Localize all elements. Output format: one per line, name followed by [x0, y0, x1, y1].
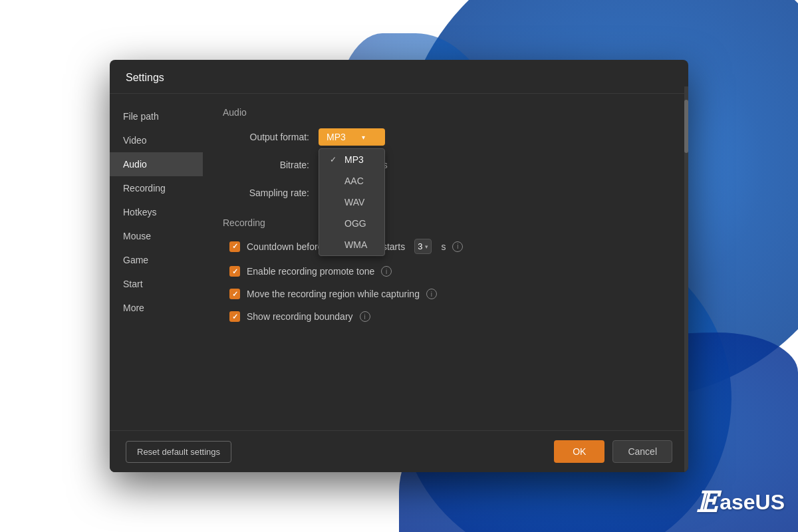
- bitrate-row: Bitrate: kb/s: [223, 156, 668, 174]
- dialog-footer: Reset default settings OK Cancel: [110, 430, 688, 472]
- promote-tone-info-icon[interactable]: i: [381, 266, 392, 277]
- promote-tone-row: ✓ Enable recording promote tone i: [223, 266, 668, 277]
- main-content: Audio Output format: MP3 ▾ ✓ MP3: [203, 94, 688, 430]
- countdown-info-icon[interactable]: i: [452, 241, 463, 252]
- dropdown-item-mp3[interactable]: ✓ MP3: [319, 149, 384, 170]
- sidebar-item-video[interactable]: Video: [110, 128, 203, 152]
- recording-section: Recording ✓ Countdown before the recordi…: [223, 217, 668, 322]
- checkmark-icon: ✓: [232, 290, 238, 299]
- dialog-title: Settings: [110, 60, 688, 94]
- dropdown-item-label: WAV: [344, 197, 364, 207]
- sidebar-item-start[interactable]: Start: [110, 272, 203, 296]
- sidebar: File path Video Audio Recording Hotkeys …: [110, 94, 203, 430]
- move-region-label: Move the recording region while capturin…: [247, 289, 420, 299]
- output-format-menu: ✓ MP3 AAC WAV OGG: [319, 148, 385, 256]
- show-boundary-label: Show recording boundary: [247, 311, 353, 322]
- countdown-row: ✓ Countdown before the recording starts …: [223, 239, 668, 254]
- sidebar-item-hotkeys[interactable]: Hotkeys: [110, 200, 203, 224]
- cancel-button[interactable]: Cancel: [612, 440, 672, 463]
- checkmark-icon: ✓: [232, 313, 238, 321]
- audio-section-label: Audio: [223, 107, 668, 118]
- settings-dialog: Settings File path Video Audio Recording…: [110, 60, 688, 472]
- show-boundary-checkbox[interactable]: ✓: [229, 311, 240, 322]
- reset-default-settings-button[interactable]: Reset default settings: [126, 441, 231, 463]
- checkmark-icon: ✓: [232, 267, 238, 276]
- promote-tone-label: Enable recording promote tone: [247, 266, 374, 277]
- easeus-e-icon: 𝔼: [696, 486, 717, 519]
- output-format-row: Output format: MP3 ▾ ✓ MP3 AAC: [223, 128, 668, 146]
- output-format-dropdown[interactable]: MP3 ▾: [319, 128, 385, 146]
- easeus-logo-text: aseUS: [720, 490, 785, 515]
- output-format-label: Output format:: [223, 132, 309, 142]
- ok-button[interactable]: OK: [554, 440, 604, 463]
- countdown-value-select[interactable]: 3 ▾: [414, 239, 432, 254]
- dropdown-item-label: OGG: [344, 218, 366, 229]
- dropdown-item-wav[interactable]: WAV: [319, 192, 384, 213]
- dialog-overlay: Settings File path Video Audio Recording…: [0, 0, 798, 532]
- recording-section-label: Recording: [223, 217, 668, 228]
- countdown-unit: s: [441, 241, 446, 252]
- dropdown-item-label: AAC: [344, 176, 364, 186]
- move-region-row: ✓ Move the recording region while captur…: [223, 289, 668, 299]
- sampling-rate-row: Sampling rate: Hz: [223, 184, 668, 201]
- chevron-down-icon: ▾: [425, 243, 428, 250]
- sidebar-item-file-path[interactable]: File path: [110, 104, 203, 128]
- show-boundary-row: ✓ Show recording boundary i: [223, 311, 668, 322]
- move-region-checkbox[interactable]: ✓: [229, 289, 240, 299]
- scroll-thumb[interactable]: [684, 100, 688, 153]
- countdown-checkbox[interactable]: ✓: [229, 241, 240, 252]
- countdown-value: 3: [418, 241, 422, 251]
- footer-action-buttons: OK Cancel: [554, 440, 672, 463]
- sidebar-item-game[interactable]: Game: [110, 248, 203, 272]
- sidebar-item-recording[interactable]: Recording: [110, 176, 203, 200]
- output-format-value: MP3: [327, 132, 346, 142]
- dropdown-item-label: MP3: [344, 154, 364, 165]
- check-icon: ✓: [330, 155, 339, 164]
- dropdown-item-aac[interactable]: AAC: [319, 170, 384, 192]
- chevron-down-icon: ▾: [362, 134, 365, 141]
- dropdown-item-ogg[interactable]: OGG: [319, 213, 384, 234]
- sidebar-item-more[interactable]: More: [110, 296, 203, 320]
- easeus-logo: 𝔼 aseUS: [696, 486, 785, 519]
- sidebar-item-audio[interactable]: Audio: [110, 152, 203, 176]
- move-region-info-icon[interactable]: i: [426, 289, 437, 299]
- checkmark-icon: ✓: [232, 242, 238, 251]
- dropdown-item-wma[interactable]: WMA: [319, 234, 384, 255]
- dropdown-item-label: WMA: [344, 239, 367, 250]
- scrollbar[interactable]: [684, 94, 688, 430]
- promote-tone-checkbox[interactable]: ✓: [229, 266, 240, 277]
- sampling-rate-label: Sampling rate:: [223, 188, 309, 198]
- bitrate-label: Bitrate:: [223, 160, 309, 170]
- show-boundary-info-icon[interactable]: i: [360, 311, 370, 322]
- sidebar-item-mouse[interactable]: Mouse: [110, 224, 203, 248]
- dialog-body: File path Video Audio Recording Hotkeys …: [110, 94, 688, 430]
